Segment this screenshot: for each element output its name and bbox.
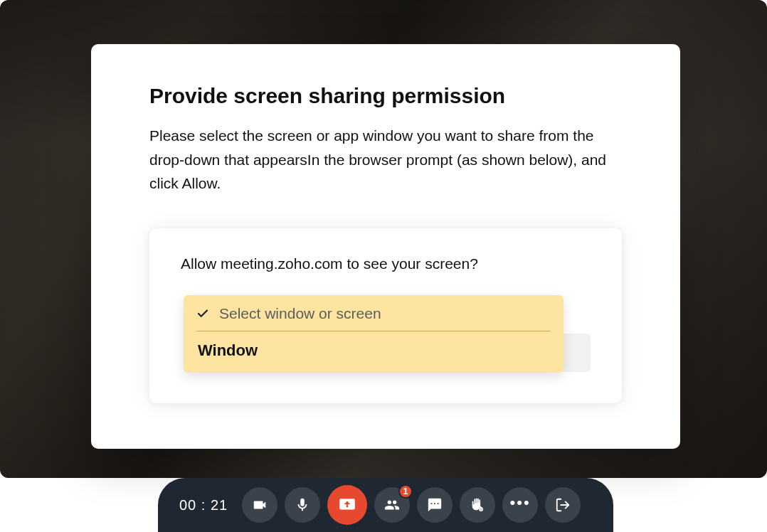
dialog-title: Provide screen sharing permission [149, 84, 622, 108]
chat-icon [427, 497, 443, 513]
share-screen-icon [338, 496, 356, 514]
raise-hand-emoji-icon [470, 497, 485, 513]
exit-icon [555, 497, 571, 513]
svg-point-0 [479, 507, 483, 511]
screen-share-permission-dialog: Provide screen sharing permission Please… [91, 44, 680, 449]
meeting-timer: 00 : 21 [179, 497, 228, 514]
check-icon [196, 307, 209, 320]
camera-button[interactable] [242, 487, 277, 523]
share-screen-button[interactable] [327, 485, 367, 525]
dialog-body: Please select the screen or app window y… [149, 124, 622, 196]
microphone-button[interactable] [285, 487, 320, 523]
prompt-question: Allow meeting.zoho.com to see your scree… [181, 255, 591, 272]
participants-icon [384, 497, 400, 513]
browser-prompt-preview: Allow meeting.zoho.com to see your scree… [149, 228, 622, 403]
participants-badge: 1 [398, 484, 413, 499]
camera-icon [252, 497, 268, 513]
chat-button[interactable] [417, 487, 453, 523]
more-options-button[interactable]: ••• [502, 487, 538, 523]
dropdown-placeholder: Select window or screen [219, 305, 381, 322]
microphone-icon [295, 497, 310, 513]
more-icon: ••• [510, 503, 531, 507]
svg-point-1 [480, 509, 481, 509]
reactions-button[interactable] [460, 487, 495, 523]
screen-select-dropdown[interactable]: Select window or screen Window [184, 295, 564, 373]
meeting-toolbar: 00 : 21 1 ••• [158, 478, 613, 532]
dropdown-option-window[interactable]: Window [196, 331, 551, 360]
leave-meeting-button[interactable] [545, 487, 581, 523]
participants-button[interactable]: 1 [374, 487, 410, 523]
svg-point-2 [482, 509, 482, 509]
